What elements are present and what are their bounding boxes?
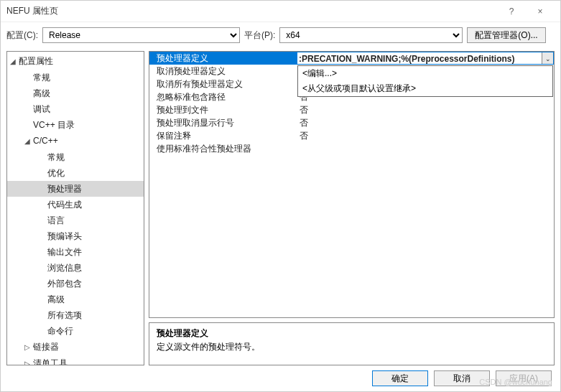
description-text: 定义源文件的预处理符号。 (157, 341, 547, 353)
main-area: ◢配置属性常规高级调试VC++ 目录◢C/C++常规优化预处理器代码生成语言预编… (1, 48, 560, 365)
property-value[interactable]: 否 (297, 116, 554, 129)
config-label: 配置(C): (6, 29, 38, 42)
chevron-down-icon: ◢ (10, 55, 17, 68)
tree-item[interactable]: 代码生成 (7, 197, 144, 213)
tree-item[interactable]: ◢C/C++ (7, 133, 144, 149)
tree-item[interactable]: 外部包含 (7, 276, 144, 291)
chevron-right-icon: ▷ (24, 341, 32, 354)
property-name: 使用标准符合性预处理器 (149, 142, 297, 155)
ok-button[interactable]: 确定 (372, 370, 428, 386)
tree-item[interactable]: 高级 (7, 85, 144, 101)
property-value-editor[interactable]: :PRECATION_WARNING;%(PreprocessorDefinit… (297, 52, 554, 65)
tree-item[interactable]: 常规 (7, 149, 144, 165)
property-value[interactable]: :PRECATION_WARNING;%(PreprocessorDefinit… (297, 52, 554, 65)
platform-select[interactable]: x64 (279, 27, 463, 43)
nav-tree[interactable]: ◢配置属性常规高级调试VC++ 目录◢C/C++常规优化预处理器代码生成语言预编… (6, 51, 144, 365)
dropdown-item[interactable]: <从父级或项目默认设置继承> (298, 81, 552, 96)
tree-item[interactable]: 预编译头 (7, 228, 144, 244)
tree-item-label: 外部包含 (47, 279, 82, 289)
property-name: 取消所有预处理器定义 (149, 78, 297, 90)
tree-item[interactable]: ▷清单工具 (7, 355, 144, 365)
property-name: 取消预处理器定义 (149, 65, 297, 78)
tree-item-label: 浏览信息 (47, 263, 82, 273)
tree-item-label: 常规 (33, 73, 50, 83)
property-row[interactable]: 预处理器定义:PRECATION_WARNING;%(PreprocessorD… (149, 52, 554, 65)
chevron-down-icon: ◢ (24, 135, 32, 148)
platform-label: 平台(P): (244, 29, 275, 42)
tree-item[interactable]: 输出文件 (7, 244, 144, 260)
property-value[interactable]: 否 (297, 103, 554, 116)
tree-item-label: 代码生成 (47, 200, 82, 210)
title-bar: NEFU 属性页 ? × (1, 1, 560, 22)
tree-item-label: 所有选项 (47, 310, 82, 320)
property-name: 预处理器定义 (149, 52, 297, 65)
window-title: NEFU 属性页 (6, 5, 497, 17)
tree-item-label: 高级 (33, 88, 50, 98)
property-value[interactable] (297, 142, 554, 155)
chevron-right-icon: ▷ (24, 358, 32, 365)
tree-item-label: 调试 (33, 104, 50, 114)
tree-item-label: 配置属性 (19, 56, 53, 66)
tree-item[interactable]: 命令行 (7, 323, 144, 339)
apply-button[interactable]: 应用(A) (496, 370, 552, 386)
tree-item-label: 链接器 (33, 342, 59, 352)
property-row[interactable]: 预处理取消显示行号否 (149, 116, 554, 129)
config-select[interactable]: Release (42, 27, 240, 43)
property-name: 忽略标准包含路径 (149, 90, 297, 103)
right-pane: 预处理器定义:PRECATION_WARNING;%(PreprocessorD… (149, 51, 555, 365)
tree-item[interactable]: 语言 (7, 213, 144, 228)
property-dropdown[interactable]: <编辑...><从父级或项目默认设置继承> (297, 65, 553, 97)
tree-item-label: 常规 (47, 152, 65, 162)
tree-item-label: C/C++ (33, 136, 58, 146)
description-panel: 预处理器定义 定义源文件的预处理符号。 (149, 322, 555, 365)
help-button[interactable]: ? (497, 1, 526, 22)
config-manager-button[interactable]: 配置管理器(O)... (467, 27, 545, 43)
tree-item[interactable]: ▷链接器 (7, 339, 144, 355)
property-name: 保留注释 (149, 129, 297, 142)
tree-item[interactable]: 高级 (7, 291, 144, 307)
tree-item[interactable]: ◢配置属性 (7, 53, 144, 70)
property-row[interactable]: 保留注释否 (149, 129, 554, 142)
close-button[interactable]: × (526, 1, 555, 22)
tree-item-label: VC++ 目录 (33, 120, 75, 130)
tree-item-label: 输出文件 (47, 247, 82, 257)
tree-item[interactable]: 常规 (7, 70, 144, 85)
tree-item[interactable]: VC++ 目录 (7, 117, 144, 133)
tree-item-label: 清单工具 (33, 358, 68, 365)
property-row[interactable]: 使用标准符合性预处理器 (149, 142, 554, 155)
cancel-button[interactable]: 取消 (434, 370, 490, 386)
property-grid[interactable]: 预处理器定义:PRECATION_WARNING;%(PreprocessorD… (149, 51, 555, 318)
tree-item-label: 优化 (47, 168, 65, 178)
tree-item-label: 预编译头 (47, 231, 82, 241)
description-title: 预处理器定义 (157, 327, 547, 340)
dialog-footer: 确定 取消 应用(A) CSDN @wuchunang (1, 365, 560, 391)
tree-item-label: 语言 (47, 215, 65, 225)
tree-item-label: 高级 (47, 294, 65, 304)
property-row[interactable]: 预处理到文件否 (149, 103, 554, 116)
dropdown-button[interactable]: ⌄ (542, 52, 553, 64)
config-toolbar: 配置(C): Release 平台(P): x64 配置管理器(O)... (1, 22, 560, 48)
tree-item[interactable]: 优化 (7, 165, 144, 181)
tree-item[interactable]: 调试 (7, 101, 144, 117)
tree-item-label: 预处理器 (47, 184, 82, 194)
property-value-text: :PRECATION_WARNING;%(PreprocessorDefinit… (297, 52, 542, 64)
property-name: 预处理取消显示行号 (149, 116, 297, 129)
tree-item-label: 命令行 (47, 326, 73, 336)
property-value[interactable]: 否 (297, 129, 554, 142)
dropdown-item[interactable]: <编辑...> (298, 66, 552, 81)
tree-item[interactable]: 预处理器 (7, 181, 144, 197)
tree-item[interactable]: 浏览信息 (7, 260, 144, 276)
property-name: 预处理到文件 (149, 103, 297, 116)
tree-item[interactable]: 所有选项 (7, 307, 144, 323)
